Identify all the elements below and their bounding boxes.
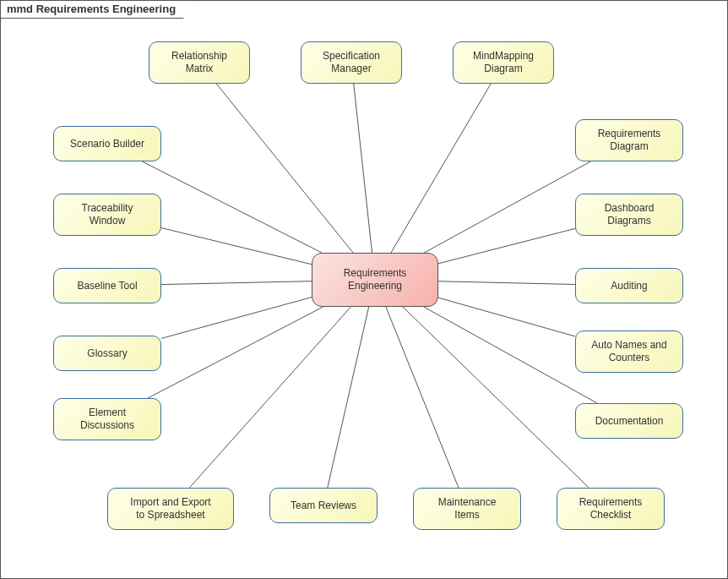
edge	[328, 307, 369, 488]
node-label-import-export: Import and Exportto Spreadsheet	[130, 496, 210, 522]
edge	[354, 84, 372, 253]
node-mindmapping-diagram[interactable]: MindMappingDiagram	[453, 41, 554, 84]
node-label-element-discussions: ElementDiscussions	[80, 407, 134, 432]
edge	[438, 298, 575, 336]
node-label-mindmapping-diagram: MindMappingDiagram	[473, 50, 534, 75]
node-label-maintenance-items: MaintenanceItems	[438, 496, 497, 522]
node-label-auditing: Auditing	[611, 280, 647, 292]
edge	[189, 307, 350, 488]
node-label-specification-manager: SpecificationManager	[323, 50, 380, 75]
node-baseline-tool[interactable]: Baseline Tool	[53, 268, 161, 303]
node-traceability-window[interactable]: TraceabilityWindow	[53, 194, 161, 236]
node-label-relationship-matrix: RelationshipMatrix	[171, 50, 227, 75]
node-element-discussions[interactable]: ElementDiscussions	[53, 398, 161, 440]
edge	[403, 307, 589, 488]
edge	[424, 161, 590, 253]
edge	[216, 84, 353, 253]
edge	[424, 307, 597, 403]
node-label-documentation: Documentation	[595, 415, 664, 428]
center-node-label: RequirementsEngineering	[344, 267, 407, 292]
edge	[438, 281, 575, 285]
node-documentation[interactable]: Documentation	[575, 403, 683, 439]
node-dashboard-diagrams[interactable]: DashboardDiagrams	[575, 194, 683, 236]
edge	[386, 307, 459, 488]
node-requirements-diagram[interactable]: RequirementsDiagram	[575, 119, 683, 161]
node-specification-manager[interactable]: SpecificationManager	[301, 41, 402, 84]
edge	[161, 298, 312, 339]
diagram-canvas: mmd Requirements Engineering Requirement…	[0, 0, 728, 579]
node-requirements-checklist[interactable]: RequirementsChecklist	[557, 488, 665, 530]
node-auto-names-counters[interactable]: Auto Names andCounters	[575, 330, 683, 373]
diagram-title: mmd Requirements Engineering	[7, 3, 176, 15]
edge	[161, 281, 312, 285]
node-label-dashboard-diagrams: DashboardDiagrams	[605, 202, 655, 227]
node-glossary[interactable]: Glossary	[53, 336, 161, 371]
node-label-requirements-diagram: RequirementsDiagram	[598, 128, 661, 153]
center-node[interactable]: RequirementsEngineering	[312, 253, 438, 307]
node-relationship-matrix[interactable]: RelationshipMatrix	[149, 41, 250, 84]
node-team-reviews[interactable]: Team Reviews	[269, 488, 378, 523]
node-auditing[interactable]: Auditing	[575, 268, 683, 303]
node-scenario-builder[interactable]: Scenario Builder	[53, 126, 161, 161]
node-maintenance-items[interactable]: MaintenanceItems	[413, 488, 521, 530]
edge	[161, 228, 312, 265]
node-label-baseline-tool: Baseline Tool	[77, 280, 137, 292]
node-label-glossary: Glossary	[87, 347, 127, 360]
edge	[142, 161, 322, 253]
edge	[438, 228, 575, 263]
diagram-title-tab: mmd Requirements Engineering	[0, 0, 193, 19]
node-label-scenario-builder: Scenario Builder	[70, 138, 144, 150]
node-label-requirements-checklist: RequirementsChecklist	[579, 496, 643, 522]
node-label-team-reviews: Team Reviews	[291, 500, 356, 512]
edge	[391, 84, 491, 253]
edge	[148, 307, 323, 398]
node-import-export[interactable]: Import and Exportto Spreadsheet	[107, 488, 234, 530]
node-label-traceability-window: TraceabilityWindow	[82, 202, 133, 227]
node-label-auto-names-counters: Auto Names andCounters	[591, 339, 666, 364]
